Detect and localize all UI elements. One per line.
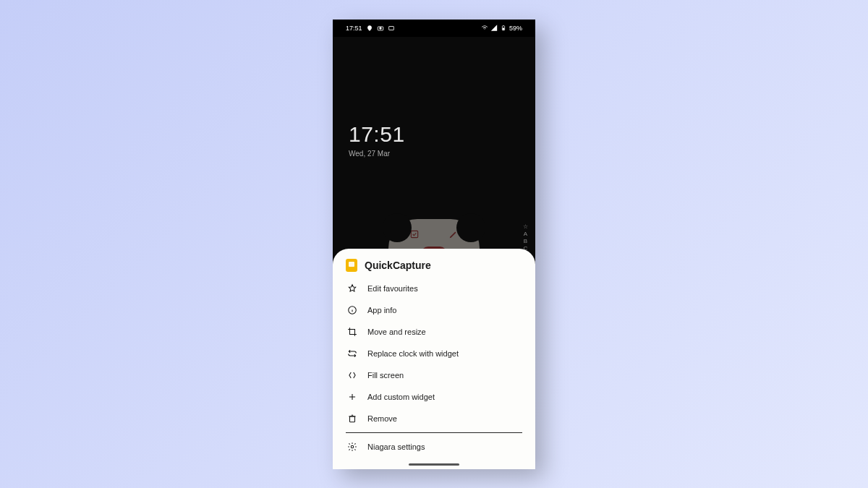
crop-icon (347, 327, 357, 337)
signal-icon (490, 25, 498, 32)
menu-edit-favourites[interactable]: Edit favourites (333, 278, 535, 299)
barclays-icon (366, 25, 373, 32)
menu-app-info[interactable]: App info (333, 299, 535, 321)
home-time: 17:51 (349, 122, 405, 147)
alpha-a[interactable]: A (524, 231, 527, 238)
menu-label: Edit favourites (367, 284, 418, 293)
star-icon (347, 283, 357, 294)
menu-move-resize[interactable]: Move and resize (333, 321, 535, 343)
menu-label: Replace clock with widget (367, 349, 459, 358)
svg-rect-4 (503, 28, 505, 30)
checkbox-icon (409, 229, 420, 239)
trash-icon (347, 414, 357, 424)
menu-list: Edit favourites App info Move and resize… (333, 276, 535, 459)
plus-icon (347, 392, 357, 402)
menu-fill-screen[interactable]: Fill screen (333, 364, 535, 386)
menu-label: Remove (367, 414, 397, 423)
menu-replace-clock[interactable]: Replace clock with widget (333, 343, 535, 364)
status-battery-pct: 59% (509, 25, 522, 32)
info-icon (347, 305, 357, 315)
phone-frame: 17:51 59% 17:51 W (333, 20, 535, 469)
menu-niagara-settings[interactable]: Niagara settings (333, 436, 535, 458)
sheet-title: QuickCapture (365, 260, 431, 271)
home-indicator[interactable] (409, 463, 459, 466)
status-right: 59% (481, 25, 522, 32)
menu-label: App info (367, 306, 396, 314)
alpha-star[interactable]: ☆ (523, 223, 528, 231)
menu-divider (346, 432, 522, 433)
status-left: 17:51 (346, 25, 395, 32)
svg-point-0 (379, 27, 381, 29)
context-menu-sheet: QuickCapture Edit favourites App info Mo… (333, 249, 535, 469)
expand-icon (347, 370, 357, 380)
svg-rect-2 (388, 26, 393, 30)
swap-icon (347, 348, 357, 359)
battery-icon (500, 25, 507, 32)
svg-rect-5 (503, 25, 503, 26)
home-date: Wed, 27 Mar (349, 150, 405, 158)
menu-label: Niagara settings (367, 442, 425, 451)
sheet-header: QuickCapture (333, 259, 535, 276)
camera-icon (377, 25, 384, 32)
quickcapture-app-icon (346, 259, 357, 272)
cast-icon (388, 25, 395, 32)
menu-label: Move and resize (367, 328, 426, 336)
menu-add-widget[interactable]: Add custom widget (333, 386, 535, 408)
svg-rect-8 (350, 416, 355, 422)
status-time: 17:51 (346, 25, 362, 32)
svg-rect-6 (411, 231, 417, 237)
clock-widget[interactable]: 17:51 Wed, 27 Mar (349, 122, 405, 158)
wifi-icon (481, 25, 488, 32)
alpha-b[interactable]: B (524, 238, 527, 245)
svg-point-9 (351, 445, 354, 448)
gear-icon (347, 442, 357, 452)
status-bar: 17:51 59% (333, 20, 535, 37)
pencil-icon (448, 229, 459, 239)
menu-label: Add custom widget (367, 393, 435, 401)
menu-remove[interactable]: Remove (333, 408, 535, 429)
menu-label: Fill screen (367, 371, 404, 380)
